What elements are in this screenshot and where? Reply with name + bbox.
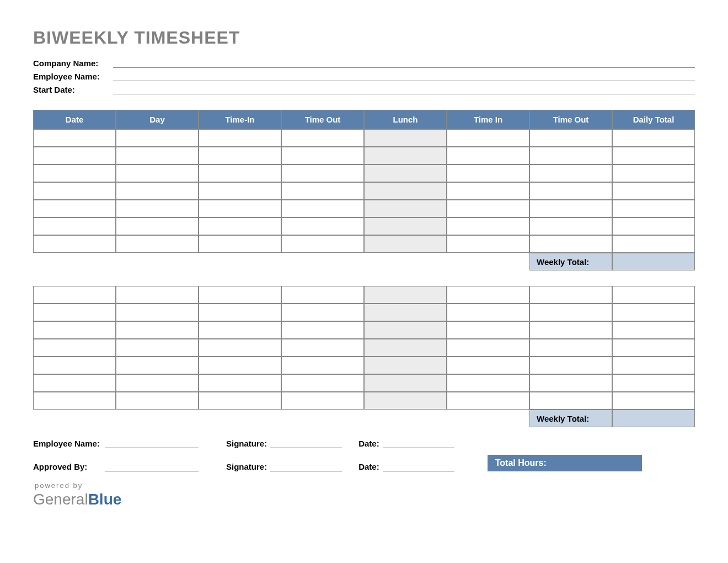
employee-name-input[interactable] <box>113 71 695 81</box>
cell-day[interactable] <box>116 217 199 235</box>
cell-lunch[interactable] <box>364 392 447 410</box>
cell-total[interactable] <box>612 182 695 200</box>
cell-in1[interactable] <box>199 321 281 339</box>
cell-total[interactable] <box>612 147 695 164</box>
cell-day[interactable] <box>116 339 199 357</box>
cell-total[interactable] <box>612 200 695 217</box>
cell-in2[interactable] <box>447 304 529 321</box>
cell-out1[interactable] <box>281 339 364 357</box>
cell-day[interactable] <box>116 286 199 304</box>
cell-in2[interactable] <box>447 392 529 410</box>
cell-lunch[interactable] <box>364 286 447 304</box>
cell-total[interactable] <box>612 129 695 147</box>
cell-in1[interactable] <box>199 164 281 182</box>
cell-lunch[interactable] <box>364 304 447 321</box>
cell-out1[interactable] <box>281 164 364 182</box>
cell-date[interactable] <box>33 147 116 164</box>
cell-total[interactable] <box>612 217 695 235</box>
week2-total-value[interactable] <box>612 410 695 427</box>
cell-day[interactable] <box>116 374 199 392</box>
cell-date[interactable] <box>33 321 116 339</box>
cell-day[interactable] <box>116 392 199 410</box>
cell-day[interactable] <box>116 147 199 164</box>
week1-total-value[interactable] <box>612 253 695 270</box>
sig-employee-name-input[interactable] <box>105 438 199 448</box>
cell-in1[interactable] <box>199 129 281 147</box>
cell-in2[interactable] <box>447 200 529 217</box>
cell-out1[interactable] <box>281 200 364 217</box>
cell-in1[interactable] <box>199 217 281 235</box>
cell-in2[interactable] <box>447 357 529 374</box>
cell-in2[interactable] <box>447 182 529 200</box>
cell-date[interactable] <box>33 200 116 217</box>
cell-out1[interactable] <box>281 357 364 374</box>
cell-date[interactable] <box>33 339 116 357</box>
start-date-input[interactable] <box>113 84 695 94</box>
cell-out1[interactable] <box>281 321 364 339</box>
cell-in1[interactable] <box>199 147 281 164</box>
cell-date[interactable] <box>33 304 116 321</box>
cell-in2[interactable] <box>447 321 529 339</box>
cell-day[interactable] <box>116 164 199 182</box>
cell-day[interactable] <box>116 182 199 200</box>
cell-out2[interactable] <box>529 147 612 164</box>
cell-in2[interactable] <box>447 147 529 164</box>
cell-out1[interactable] <box>281 392 364 410</box>
cell-in1[interactable] <box>199 374 281 392</box>
cell-out2[interactable] <box>529 129 612 147</box>
cell-out2[interactable] <box>529 321 612 339</box>
cell-lunch[interactable] <box>364 235 447 253</box>
cell-total[interactable] <box>612 235 695 253</box>
cell-out2[interactable] <box>529 182 612 200</box>
cell-total[interactable] <box>612 304 695 321</box>
cell-date[interactable] <box>33 392 116 410</box>
cell-in1[interactable] <box>199 182 281 200</box>
cell-out2[interactable] <box>529 286 612 304</box>
cell-day[interactable] <box>116 129 199 147</box>
sig-approver-signature-input[interactable] <box>270 461 342 471</box>
cell-total[interactable] <box>612 339 695 357</box>
cell-out2[interactable] <box>529 235 612 253</box>
cell-in2[interactable] <box>447 217 529 235</box>
cell-out2[interactable] <box>529 304 612 321</box>
cell-in1[interactable] <box>199 235 281 253</box>
cell-date[interactable] <box>33 217 116 235</box>
cell-in1[interactable] <box>199 339 281 357</box>
cell-total[interactable] <box>612 392 695 410</box>
cell-date[interactable] <box>33 129 116 147</box>
cell-out1[interactable] <box>281 304 364 321</box>
cell-date[interactable] <box>33 286 116 304</box>
cell-lunch[interactable] <box>364 374 447 392</box>
cell-out2[interactable] <box>529 164 612 182</box>
cell-date[interactable] <box>33 182 116 200</box>
cell-in2[interactable] <box>447 129 529 147</box>
cell-out1[interactable] <box>281 147 364 164</box>
cell-out2[interactable] <box>529 339 612 357</box>
cell-total[interactable] <box>612 164 695 182</box>
cell-out1[interactable] <box>281 286 364 304</box>
cell-out2[interactable] <box>529 392 612 410</box>
cell-out2[interactable] <box>529 217 612 235</box>
cell-lunch[interactable] <box>364 321 447 339</box>
cell-lunch[interactable] <box>364 339 447 357</box>
cell-total[interactable] <box>612 286 695 304</box>
cell-in1[interactable] <box>199 286 281 304</box>
cell-day[interactable] <box>116 200 199 217</box>
cell-total[interactable] <box>612 374 695 392</box>
sig-employee-date-input[interactable] <box>383 438 454 448</box>
cell-day[interactable] <box>116 321 199 339</box>
cell-lunch[interactable] <box>364 129 447 147</box>
cell-lunch[interactable] <box>364 147 447 164</box>
cell-in1[interactable] <box>199 392 281 410</box>
cell-in2[interactable] <box>447 286 529 304</box>
cell-date[interactable] <box>33 357 116 374</box>
cell-day[interactable] <box>116 304 199 321</box>
cell-out1[interactable] <box>281 217 364 235</box>
cell-out1[interactable] <box>281 374 364 392</box>
cell-lunch[interactable] <box>364 200 447 217</box>
cell-in2[interactable] <box>447 339 529 357</box>
cell-in1[interactable] <box>199 200 281 217</box>
cell-day[interactable] <box>116 235 199 253</box>
cell-in2[interactable] <box>447 235 529 253</box>
cell-total[interactable] <box>612 357 695 374</box>
